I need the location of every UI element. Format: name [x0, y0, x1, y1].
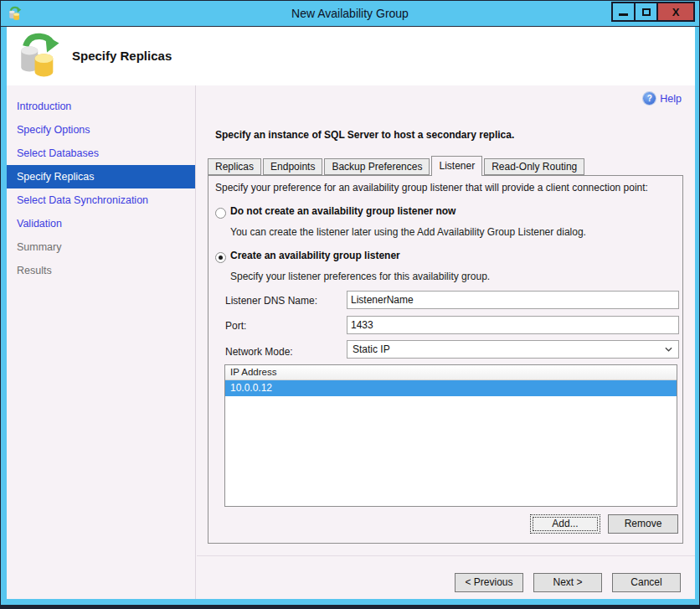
radio-do-not-create-listener[interactable] [215, 208, 226, 219]
listener-tab-panel: Specify your preference for an availabil… [208, 175, 683, 544]
tab-backup-preferences[interactable]: Backup Preferences [324, 158, 430, 175]
listener-dns-name-input[interactable] [347, 291, 679, 309]
radio-do-not-create-listener-label[interactable]: Do not create an availability group list… [230, 205, 456, 217]
wizard-footer: < Previous Next > Cancel [197, 555, 695, 599]
sidebar-item-specify-options[interactable]: Specify Options [7, 118, 195, 142]
client-area: Specify Replicas Introduction Specify Op… [7, 27, 695, 599]
radio-create-listener-label[interactable]: Create an availability group listener [230, 250, 400, 261]
chevron-down-icon [665, 347, 672, 352]
close-button[interactable]: X [656, 2, 695, 22]
ip-address-list: IP Address 10.0.0.12 [224, 364, 677, 507]
title-bar[interactable]: New Availability Group X [1, 1, 699, 26]
window-bottom-edge [1, 605, 699, 608]
radio-create-listener[interactable] [215, 252, 226, 263]
ip-address-column-header[interactable]: IP Address [225, 365, 677, 380]
availability-group-icon [15, 31, 64, 80]
wizard-steps-sidebar: Introduction Specify Options Select Data… [7, 85, 196, 599]
create-listener-description: Specify your listener preferences for th… [230, 271, 490, 282]
help-icon: ? [643, 92, 656, 105]
window-controls: X [613, 2, 695, 22]
tab-replicas[interactable]: Replicas [208, 158, 261, 175]
tab-endpoints[interactable]: Endpoints [263, 158, 322, 175]
network-mode-dropdown[interactable]: Static IP [347, 340, 679, 359]
cancel-button[interactable]: Cancel [612, 573, 681, 592]
tab-read-only-routing[interactable]: Read-Only Routing [484, 158, 584, 175]
maximize-icon [642, 8, 651, 16]
sidebar-item-select-data-synchronization[interactable]: Select Data Synchronization [7, 188, 195, 212]
previous-button[interactable]: < Previous [455, 573, 523, 592]
sidebar-item-introduction[interactable]: Introduction [7, 95, 195, 118]
help-label: Help [660, 93, 682, 105]
do-not-create-listener-description: You can create the listener later using … [230, 226, 586, 238]
tab-listener[interactable]: Listener [431, 156, 482, 176]
port-input[interactable] [347, 316, 679, 334]
close-icon: X [672, 6, 680, 18]
tab-strip: Replicas Endpoints Backup Preferences Li… [208, 156, 586, 175]
page-instruction: Specify an instance of SQL Server to hos… [215, 129, 514, 141]
window-title: New Availability Group [101, 1, 599, 26]
sidebar-item-specify-replicas[interactable]: Specify Replicas [7, 165, 195, 188]
dialog-window: New Availability Group X [0, 0, 700, 609]
port-label: Port: [225, 320, 246, 332]
ip-address-row[interactable]: 10.0.0.12 [225, 380, 677, 396]
sidebar-item-summary: Summary [7, 235, 195, 259]
help-link[interactable]: ? Help [643, 92, 682, 105]
sidebar-item-select-databases[interactable]: Select Databases [7, 142, 195, 165]
listener-dns-name-label: Listener DNS Name: [225, 295, 317, 307]
minimize-icon [619, 13, 628, 16]
sidebar-item-results: Results [7, 259, 195, 282]
wizard-header: Specify Replicas [7, 27, 695, 85]
next-button[interactable]: Next > [533, 573, 602, 592]
add-button[interactable]: Add... [530, 514, 600, 534]
network-mode-selected-value: Static IP [353, 343, 390, 355]
main-pane: ? Help Specify an instance of SQL Server… [197, 85, 695, 599]
maximize-button[interactable] [634, 2, 658, 22]
minimize-button[interactable] [611, 2, 636, 22]
app-database-icon [8, 6, 23, 21]
remove-button[interactable]: Remove [608, 514, 678, 534]
page-title: Specify Replicas [72, 49, 172, 63]
network-mode-label: Network Mode: [225, 346, 293, 358]
listener-intro-text: Specify your preference for an availabil… [215, 182, 648, 194]
sidebar-item-validation[interactable]: Validation [7, 212, 195, 235]
